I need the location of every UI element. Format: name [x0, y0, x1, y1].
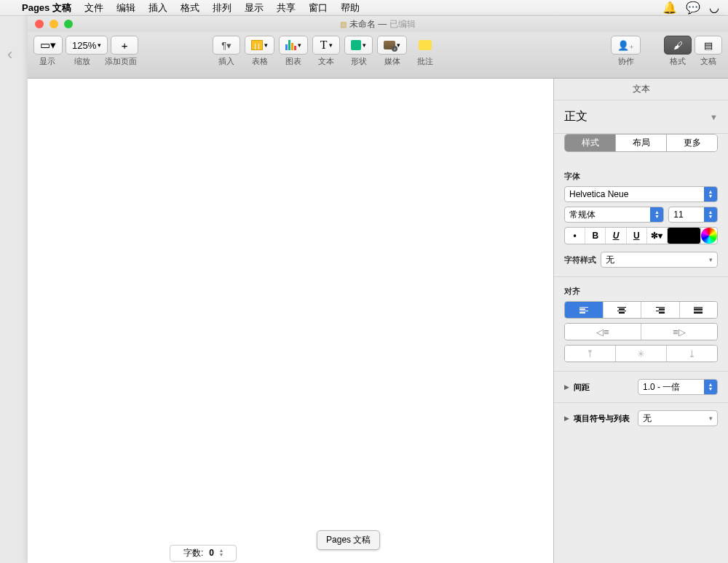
font-options-button[interactable]: ✻▾ [647, 228, 668, 244]
align-justify-icon [694, 307, 703, 314]
align-left-button[interactable] [565, 302, 604, 318]
indent-icon: ≡▷ [673, 327, 686, 338]
font-style-group: • B U U ✻▾ [564, 227, 718, 244]
app-menu[interactable]: Pages 文稿 [22, 1, 71, 15]
document-button[interactable]: ▤ [695, 36, 722, 55]
document-label: 文稿 [695, 56, 722, 67]
menu-file[interactable]: 文件 [84, 1, 103, 15]
menu-insert[interactable]: 插入 [149, 1, 167, 15]
insert-label: 插入 [218, 56, 234, 67]
font-size-select[interactable]: 11 ▲▼ [668, 207, 718, 223]
window-title: ▧ 未命名 — 已编辑 [340, 18, 415, 31]
vertical-align-group: ⤒ ✳ ⤓ [564, 345, 718, 362]
word-count-label: 字数: [183, 547, 203, 559]
indent-button[interactable]: ≡▷ [641, 324, 717, 340]
person-plus-icon: 👤₊ [617, 40, 634, 51]
menu-help[interactable]: 帮助 [341, 1, 360, 15]
window-close-button[interactable] [35, 20, 44, 28]
format-button[interactable]: 🖌 [664, 36, 692, 55]
comment-icon [419, 40, 432, 50]
zoom-button[interactable]: 125%▾ [66, 36, 108, 55]
inspector-title: 文本 [554, 79, 728, 100]
align-right-icon [656, 307, 665, 314]
collaborate-button[interactable]: 👤₊ [611, 36, 641, 55]
shape-icon [351, 40, 361, 50]
style-none-button[interactable]: • [565, 228, 585, 244]
notification-icon[interactable]: 🔔 [662, 1, 677, 15]
add-page-button[interactable]: + [111, 36, 138, 55]
comment-button[interactable] [411, 36, 439, 55]
wifi-icon[interactable]: ◡ [709, 1, 719, 15]
gear-icon: ✻▾ [651, 231, 662, 241]
color-wheel-button[interactable] [701, 228, 717, 244]
collaborate-label: 协作 [618, 56, 634, 67]
valign-bottom-button[interactable]: ⤓ [667, 346, 717, 362]
font-label: 字体 [564, 171, 718, 182]
text-color-button[interactable] [668, 228, 701, 244]
menu-share[interactable]: 共享 [277, 1, 296, 15]
shape-label: 形状 [351, 56, 367, 67]
align-justify-button[interactable] [680, 302, 718, 318]
paragraph-style-row[interactable]: 正文 ▼ [554, 100, 728, 134]
table-button[interactable]: ▾ [245, 36, 274, 55]
align-label: 对齐 [564, 286, 718, 297]
spacing-select[interactable]: 1.0 - 一倍 ▲▼ [638, 379, 718, 395]
chart-button[interactable]: ▾ [279, 36, 308, 55]
menu-window[interactable]: 窗口 [309, 1, 328, 15]
bullets-row[interactable]: ▶ 项目符号与列表 无 ▾ [554, 403, 728, 434]
tab-more[interactable]: 更多 [667, 135, 717, 151]
font-weight-select[interactable]: 常规体 ▲▼ [564, 207, 664, 223]
view-icon: ▭▾ [40, 39, 56, 52]
text-button[interactable]: T▾ [312, 36, 340, 55]
document-icon: ▤ [704, 40, 713, 51]
italic-button[interactable]: U [606, 228, 626, 244]
bold-button[interactable]: B [585, 228, 606, 244]
media-button[interactable]: ♪▾ [377, 36, 407, 55]
tab-style[interactable]: 样式 [565, 135, 616, 151]
align-center-icon [617, 307, 626, 314]
plus-icon: + [122, 39, 128, 52]
paragraph-style-value: 正文 [564, 109, 587, 124]
align-center-button[interactable] [604, 302, 642, 318]
tab-layout[interactable]: 布局 [616, 135, 667, 151]
view-button[interactable]: ▭▾ [33, 36, 63, 55]
char-style-select[interactable]: 无 ▾ [601, 252, 718, 268]
text-icon: T [320, 39, 328, 52]
menubar-status-right: 🔔 💬 ◡ [662, 1, 719, 15]
insert-button[interactable]: ¶▾ [213, 36, 240, 55]
chevron-down-icon: ▾ [709, 256, 713, 263]
canvas-area[interactable]: 字数: 0 ▴▾ Pages 文稿 [28, 79, 553, 563]
back-arrow-icon[interactable]: ‹ [7, 45, 12, 64]
menu-arrange[interactable]: 排列 [213, 1, 232, 15]
window-minimize-button[interactable] [50, 20, 58, 28]
word-count[interactable]: 字数: 0 ▴▾ [170, 545, 237, 562]
window-controls [35, 20, 73, 28]
font-family-select[interactable]: Helvetica Neue ▲▼ [564, 186, 718, 202]
valign-middle-button[interactable]: ✳ [616, 346, 667, 362]
window-maximize-button[interactable] [64, 20, 73, 28]
outdent-button[interactable]: ◁≡ [565, 324, 641, 340]
chart-icon [285, 40, 296, 50]
toolbar: ▭▾ 125%▾ + 显示 缩放 添加页面 ¶▾ 插入 ▾ 表格 ▾ 图表 T▾… [28, 32, 728, 79]
stepper-arrows-icon: ▲▼ [704, 187, 717, 201]
shape-button[interactable]: ▾ [344, 36, 373, 55]
underline-button[interactable]: U [627, 228, 647, 244]
align-right-button[interactable] [641, 302, 680, 318]
table-icon [251, 40, 263, 50]
document-page[interactable] [28, 79, 553, 563]
menu-edit[interactable]: 编辑 [116, 1, 135, 15]
menu-view[interactable]: 显示 [245, 1, 264, 15]
bullets-label: 项目符号与列表 [574, 413, 633, 424]
font-section: 字体 Helvetica Neue ▲▼ 常规体 ▲▼ 11 ▲▼ [554, 162, 728, 277]
stepper-arrows-icon: ▲▼ [704, 207, 717, 222]
spacing-row[interactable]: ▶ 间距 1.0 - 一倍 ▲▼ [554, 372, 728, 402]
tooltip: Pages 文稿 [317, 530, 380, 550]
menu-format[interactable]: 格式 [181, 1, 199, 15]
alignment-section: 对齐 ◁≡ ≡▷ ⤒ ✳ ⤓ [554, 277, 728, 372]
valign-top-button[interactable]: ⤒ [565, 346, 616, 362]
brush-icon: 🖌 [673, 40, 683, 51]
bullets-select[interactable]: 无 ▾ [638, 410, 718, 426]
color-swatch [668, 228, 700, 244]
outdent-icon: ◁≡ [596, 327, 609, 338]
wechat-icon[interactable]: 💬 [686, 1, 700, 15]
